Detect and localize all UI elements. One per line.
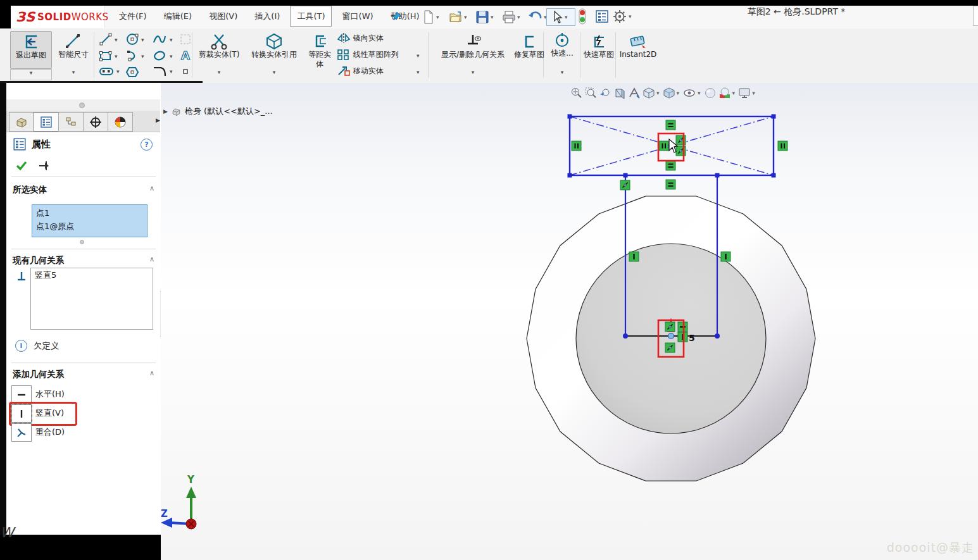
selection-filter-icon[interactable] [577,8,588,25]
panel-splitter-row[interactable] [6,99,160,111]
coincident-relation-icon[interactable] [620,180,630,190]
annotation-view-icon[interactable] [628,87,641,99]
slot-tool-dropdown[interactable]: ▾ [116,68,120,75]
menu-view[interactable]: 视图(V) [202,6,244,27]
collapse-chevron-icon[interactable]: ∧ [149,184,154,196]
collapse-chevron-icon[interactable]: ∧ [149,369,154,380]
spline-tool-icon[interactable] [152,32,167,46]
linear-pattern-button[interactable]: 线性草图阵列 ▾ [337,49,422,63]
convert-entities-button[interactable]: 转换实体引用 [246,31,303,68]
zoom-area-icon[interactable] [584,87,597,99]
equal-relation-icon[interactable] [666,180,675,189]
existing-relations-section-header[interactable]: 现有几何关系 ∧ [13,255,154,266]
menu-file[interactable]: 文件(F) [112,6,154,27]
equal-relation-icon[interactable] [659,141,668,151]
menu-window[interactable]: 窗口(W) [335,6,380,27]
zoom-fit-icon[interactable] [570,87,582,99]
vertical-relation-icon[interactable] [721,252,730,261]
linear-pattern-dropdown[interactable]: ▾ [417,53,420,59]
listbox-resize-grip[interactable] [80,240,84,244]
tab-dimxpert-manager[interactable] [83,112,108,132]
vertical-relation-icon[interactable] [678,332,687,342]
help-icon[interactable]: ? [141,139,153,151]
mirror-entities-button[interactable]: 镜向实体 [337,32,422,46]
selected-entity-item[interactable]: 点1 [36,206,143,220]
slot-tool-icon[interactable] [99,65,114,78]
vertical-relation-icon[interactable] [629,252,639,261]
offset-entities-button[interactable]: 等距实体 [305,34,334,78]
smart-dimension-dropdown[interactable]: ▾ [54,69,92,79]
coincident-relation-icon[interactable] [665,322,675,332]
collapse-chevron-icon[interactable]: ∧ [149,255,154,266]
rapid-sketch-button[interactable]: 快速草图 [584,34,614,78]
view-settings-icon[interactable]: ▾ [738,87,756,99]
new-document-icon[interactable]: ▾ [421,9,442,25]
settings-gear-icon[interactable]: ▾ [611,8,634,25]
quick-snaps-button[interactable]: 快速... [547,31,577,68]
point-tool-icon[interactable] [180,66,191,77]
existing-relations-listbox[interactable]: 竖直5 [30,268,153,330]
tab-display-manager[interactable] [108,112,133,132]
trim-entities-dropdown[interactable]: ▾ [196,69,242,79]
ok-check-icon[interactable] [15,160,28,171]
menu-help[interactable]: 帮助(H) [384,6,427,27]
horizontal-relation-icon[interactable] [678,322,687,332]
move-entities-button[interactable]: 移动实体 ▾ [337,65,422,79]
select-cursor-icon[interactable]: ▾ [546,8,575,26]
equal-relation-icon[interactable] [666,120,675,130]
options-list-icon[interactable] [593,8,611,25]
exit-sketch-button[interactable]: 退出草图 [10,31,52,69]
menu-tools[interactable]: 工具(T) [290,6,332,27]
fillet-tool-dropdown[interactable]: ▾ [170,68,173,75]
convert-entities-dropdown[interactable]: ▾ [246,69,303,79]
relation-item[interactable]: 竖直5 [35,270,149,281]
horizontal-relation-button[interactable] [11,385,32,404]
search-box-edge[interactable] [973,6,978,26]
tab-property-manager[interactable] [34,112,59,132]
save-icon[interactable]: ▾ [474,9,496,25]
view-orientation-icon[interactable]: ▾ [643,87,661,99]
previous-view-icon[interactable] [599,87,611,99]
coincident-relation-icon[interactable] [665,343,675,352]
equal-relation-icon[interactable] [666,161,675,170]
rectangle-tool-dropdown[interactable]: ▾ [115,53,118,59]
display-style-icon[interactable]: ▾ [663,87,681,99]
rectangle-tool-icon[interactable] [99,49,113,63]
tab-configuration-manager[interactable] [58,112,84,132]
panel-flyout-arrow[interactable]: ▶ [156,117,160,123]
origin-point[interactable] [668,333,674,339]
menu-insert[interactable]: 插入(I) [248,6,287,27]
circle-tool-dropdown[interactable]: ▾ [141,37,144,43]
selected-entities-section-header[interactable]: 所选实体 ∧ [13,184,154,196]
display-delete-relations-dropdown[interactable]: ▾ [433,69,513,79]
add-relations-section-header[interactable]: 添加几何关系 ∧ [13,369,154,380]
quick-snaps-dropdown[interactable]: ▾ [547,69,577,79]
smart-dimension-button[interactable]: 智能尺寸 [54,31,92,68]
print-icon[interactable]: ▾ [501,9,523,25]
ellipse-tool-icon[interactable] [152,49,167,63]
circle-tool-icon[interactable] [125,32,139,46]
polygon-tool-icon[interactable] [125,65,139,79]
text-tool-icon[interactable]: A [179,49,192,63]
keep-visible-pin-icon[interactable] [38,160,51,171]
tab-featuremanager-tree[interactable] [9,112,34,132]
selected-entity-item[interactable]: 点1@原点 [36,220,143,233]
arc-tool-dropdown[interactable]: ▾ [141,53,144,59]
instant2d-button[interactable]: Instant2D [619,34,657,78]
edit-appearance-icon[interactable] [704,87,717,99]
pin-menu-icon[interactable] [391,11,402,22]
arc-tool-icon[interactable] [125,49,139,63]
coincident-relation-button[interactable] [11,423,32,442]
exit-sketch-dropdown[interactable]: ▾ [10,69,52,80]
line-tool-dropdown[interactable]: ▾ [115,37,118,43]
repair-sketch-button[interactable]: 修复草图 [514,34,544,78]
equal-relation-icon[interactable] [572,141,581,151]
ellipse-tool-dropdown[interactable]: ▾ [170,53,173,59]
equal-relation-icon[interactable] [778,141,787,151]
trim-entities-button[interactable]: 剪裁实体(T) [196,31,242,68]
spline-tool-dropdown[interactable]: ▾ [170,37,173,43]
open-document-icon[interactable]: ▾ [448,9,470,25]
apply-scene-icon[interactable]: ▾ [718,87,737,99]
line-tool-icon[interactable] [99,32,113,46]
graphics-area[interactable]: ▾ ▾ ▾ ▾ ▾ ▶ 枪身 (默认<<默认>_... [161,83,978,560]
